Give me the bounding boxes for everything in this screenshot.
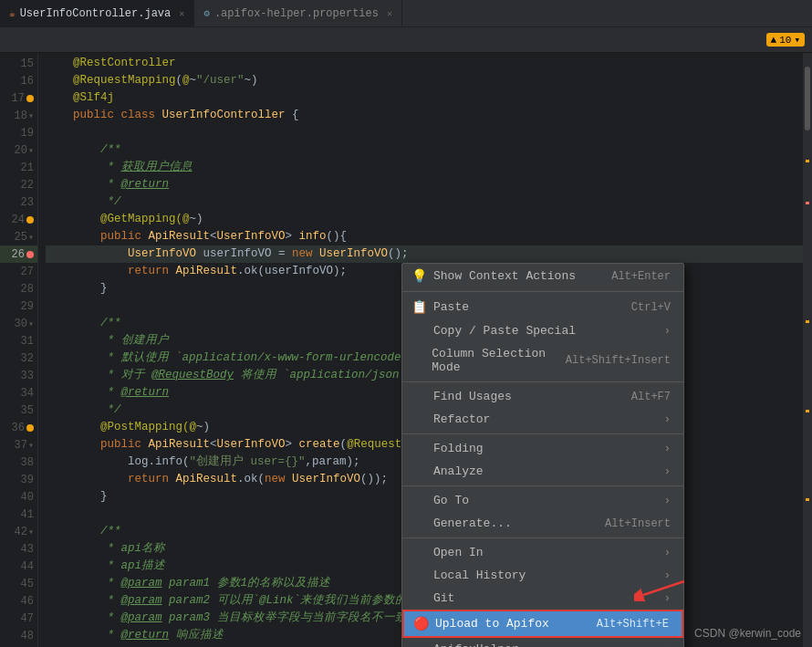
tab-props-close[interactable]: ✕ [387, 8, 392, 19]
svg-line-1 [643, 581, 684, 595]
menu-open-in[interactable]: Open In › [402, 541, 683, 564]
code-line-20: /** [46, 141, 812, 159]
menu-go-to-label: Go To [433, 494, 469, 507]
gutter-31: 31 [0, 332, 37, 350]
scroll-indicator-3 [806, 320, 809, 323]
gutter-44: 44 [0, 558, 37, 575]
code-line-21: * 获取用户信息 [46, 159, 812, 176]
menu-analyze-label: Analyze [433, 464, 484, 478]
gutter-42: 42▾ [0, 523, 37, 540]
scrollbar-thumb[interactable] [805, 67, 810, 130]
warning-indicator-17 [26, 95, 34, 102]
menu-upload-apifox-shortcut: Alt+Shift+E [597, 618, 669, 631]
gutter-30: 30▾ [0, 315, 37, 332]
go-to-arrow: › [664, 495, 671, 507]
warning-count: 10 [779, 35, 791, 46]
code-line-22: * @return [46, 176, 812, 193]
menu-column-selection[interactable]: Column Selection Mode Alt+Shift+Insert [402, 342, 683, 379]
scroll-indicator-4 [806, 410, 809, 412]
tab-java[interactable]: ☕ UserInfoController.java ✕ [0, 0, 194, 26]
line-gutter: 15 16 17 18▾ 19 20▾ 21 22 23 24 25▾ 26 2… [0, 53, 38, 647]
analyze-arrow: › [664, 465, 671, 478]
fold-btn-37[interactable]: ▾ [28, 440, 34, 451]
menu-folding-label: Folding [433, 442, 484, 455]
upload-apifox-icon: 🔴 [413, 616, 428, 631]
folding-arrow: › [664, 443, 671, 455]
gutter-27: 27 [0, 263, 37, 280]
gutter-23: 23 [0, 193, 37, 211]
menu-column-selection-label: Column Selection Mode [432, 347, 565, 374]
gutter-29: 29 [0, 297, 37, 315]
menu-go-to[interactable]: Go To › [402, 489, 683, 512]
gutter-25: 25▾ [0, 228, 37, 245]
gutter-24: 24 [0, 211, 37, 228]
error-indicator-26 [26, 251, 34, 258]
menu-copy-paste-special[interactable]: Copy / Paste Special › [402, 319, 683, 342]
menu-analyze[interactable]: Analyze › [402, 460, 683, 483]
menu-show-context[interactable]: 💡 Show Context Actions Alt+Enter [402, 264, 683, 288]
menu-local-history-label: Local History [433, 569, 526, 582]
gutter-20: 20▾ [0, 141, 37, 159]
menu-copy-paste-label: Copy / Paste Special [433, 324, 576, 338]
menu-upload-apifox[interactable]: 🔴 Upload to Apifox Alt+Shift+E [402, 610, 683, 638]
menu-find-usages[interactable]: Find Usages Alt+F7 [402, 385, 683, 408]
menu-git-label: Git [433, 591, 454, 605]
fold-btn-25[interactable]: ▾ [28, 232, 34, 243]
code-line-17: @Slf4j [46, 89, 812, 107]
context-actions-icon: 💡 [411, 268, 426, 284]
gutter-21: 21 [0, 159, 37, 176]
code-line-26: UserInfoVO userInfoVO = new UserInfoVO()… [46, 245, 812, 263]
fold-btn-42[interactable]: ▾ [28, 527, 34, 537]
divider-3 [402, 433, 683, 434]
gutter-32: 32 [0, 350, 37, 367]
code-line-15: @RestController [46, 55, 812, 72]
code-line-19 [46, 124, 812, 141]
gutter-17: 17 [0, 89, 37, 107]
code-line-25: public ApiResult<UserInfoVO> info(){ [46, 228, 812, 245]
gutter-33: 33 [0, 367, 37, 384]
menu-apifox-helper[interactable]: ApifoxHelper › [402, 638, 683, 647]
code-line-16: @RequestMapping(@~"/user"~) [46, 72, 812, 89]
gutter-19: 19 [0, 124, 37, 141]
refactor-arrow: › [664, 413, 671, 426]
gutter-28: 28 [0, 280, 37, 297]
gutter-26: 26 [0, 245, 37, 263]
gutter-48: 48 [0, 627, 37, 644]
menu-refactor[interactable]: Refactor › [402, 408, 683, 431]
tab-props[interactable]: ⚙ .apifox-helper.properties ✕ [194, 0, 402, 26]
apifox-helper-arrow: › [664, 643, 671, 648]
gutter-43: 43 [0, 540, 37, 558]
gutter-22: 22 [0, 176, 37, 193]
watermark: CSDN @kerwin_code [694, 627, 801, 640]
open-in-arrow: › [664, 547, 671, 559]
fold-btn-20[interactable]: ▾ [28, 145, 34, 156]
scroll-indicator-1 [806, 160, 809, 162]
gutter-40: 40 [0, 488, 37, 506]
scroll-indicator-5 [806, 498, 809, 501]
gutter-39: 39 [0, 471, 37, 488]
menu-apifox-helper-label: ApifoxHelper [433, 642, 519, 647]
divider-5 [402, 537, 683, 538]
gutter-45: 45 [0, 575, 37, 592]
tab-bar: ☕ UserInfoController.java ✕ ⚙ .apifox-he… [0, 0, 812, 27]
tab-props-label: .apifox-helper.properties [214, 7, 379, 20]
code-line-24: @GetMapping(@~) [46, 211, 812, 228]
gutter-18: 18▾ [0, 107, 37, 124]
gutter-36: 36 [0, 419, 37, 436]
toolbar: ▲ 10 ▾ [0, 27, 812, 53]
fold-btn-30[interactable]: ▾ [28, 318, 34, 329]
menu-paste[interactable]: 📋 Paste Ctrl+V [402, 295, 683, 319]
tab-java-close[interactable]: ✕ [179, 8, 184, 19]
java-icon: ☕ [9, 7, 16, 19]
menu-folding[interactable]: Folding › [402, 437, 683, 460]
divider-1 [402, 291, 683, 292]
gutter-37: 37▾ [0, 436, 37, 454]
warning-indicator-36 [26, 424, 34, 432]
divider-2 [402, 381, 683, 382]
fold-btn-18[interactable]: ▾ [28, 110, 34, 121]
warning-badge[interactable]: ▲ 10 ▾ [766, 33, 805, 47]
menu-generate[interactable]: Generate... Alt+Insert [402, 512, 683, 535]
gutter-16: 16 [0, 72, 37, 89]
menu-generate-shortcut: Alt+Insert [605, 517, 671, 530]
scrollbar-track[interactable] [803, 53, 812, 647]
